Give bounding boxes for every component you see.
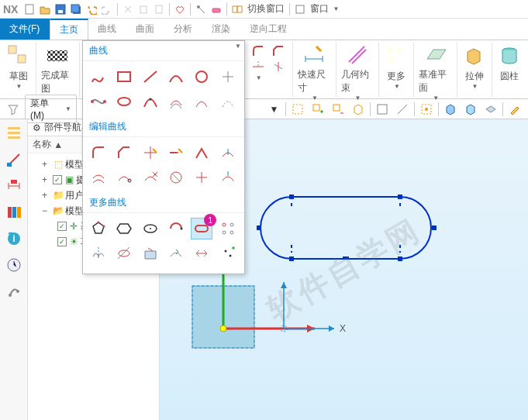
robot-icon[interactable]: [5, 282, 23, 301]
edit2-icon[interactable]: [191, 167, 212, 188]
pattern2-icon[interactable]: [217, 218, 239, 239]
chevron-down-icon[interactable]: ▼: [16, 83, 22, 90]
touch-icon[interactable]: [194, 2, 208, 16]
plane-icon[interactable]: [423, 43, 448, 67]
history-icon[interactable]: [5, 203, 23, 222]
point-icon[interactable]: [217, 66, 239, 88]
corner-icon[interactable]: [191, 142, 212, 164]
corner2-icon[interactable]: [249, 43, 267, 59]
ellipse-icon[interactable]: [113, 91, 135, 112]
hexagon-icon[interactable]: [113, 218, 135, 239]
constraint-icon[interactable]: [5, 150, 23, 169]
pattern-icon[interactable]: [191, 91, 212, 112]
chevron-down-icon[interactable]: ▼: [256, 74, 262, 81]
edit3-icon[interactable]: [217, 167, 239, 188]
sel-add-icon[interactable]: [309, 101, 326, 118]
chevron-down-icon[interactable]: ▼: [312, 95, 318, 102]
chevron-down-icon[interactable]: ▼: [355, 95, 361, 102]
sel-dd-icon[interactable]: ▼: [265, 101, 282, 118]
derived-icon[interactable]: [217, 91, 239, 112]
window-label[interactable]: 窗口: [310, 2, 329, 15]
more-icon[interactable]: [384, 43, 409, 68]
spline-icon[interactable]: [88, 91, 109, 112]
conic-icon[interactable]: [140, 91, 161, 112]
copy-icon[interactable]: [136, 2, 150, 16]
redo-icon[interactable]: [100, 2, 114, 16]
chevron-down-icon[interactable]: ▼: [394, 83, 400, 90]
extrude-icon[interactable]: [462, 43, 487, 68]
tab-analysis[interactable]: 分析: [164, 19, 202, 40]
sel-rect-icon[interactable]: [289, 101, 306, 118]
new-icon[interactable]: [22, 2, 36, 16]
sel-curr-icon[interactable]: [418, 101, 435, 118]
corner3-icon[interactable]: [269, 43, 288, 59]
offset-icon[interactable]: [165, 91, 187, 112]
tab-file[interactable]: 文件(F): [0, 19, 50, 40]
more2-icon[interactable]: [191, 243, 212, 264]
half-icon[interactable]: [165, 218, 187, 239]
tab-reverse[interactable]: 逆向工程: [240, 19, 297, 40]
chevron-down-icon[interactable]: ▼: [235, 43, 241, 50]
sel-edge-icon[interactable]: [394, 101, 411, 118]
undo-icon[interactable]: [85, 2, 98, 16]
sel-body-icon[interactable]: [350, 101, 367, 118]
nav-icon[interactable]: [5, 124, 23, 143]
sel-sub-icon[interactable]: [330, 101, 347, 118]
view-shade1-icon[interactable]: [442, 101, 459, 118]
paste-icon[interactable]: [152, 2, 166, 16]
trim-icon[interactable]: [140, 142, 161, 164]
clock-icon[interactable]: [5, 256, 23, 274]
chevron-down-icon[interactable]: ▼: [333, 5, 339, 12]
tab-render[interactable]: 渲染: [202, 19, 240, 40]
ellipse2-icon[interactable]: [140, 218, 161, 239]
fillet-icon[interactable]: [88, 142, 109, 164]
move-curve-icon[interactable]: [217, 142, 239, 164]
save-all-icon[interactable]: [69, 2, 83, 16]
edit1-icon[interactable]: [165, 167, 187, 188]
finish-sketch-icon[interactable]: [45, 43, 70, 67]
view-shade2-icon[interactable]: [462, 101, 479, 118]
chevron-down-icon[interactable]: ▼: [472, 83, 478, 90]
gear-icon[interactable]: ⚙: [33, 122, 41, 133]
switch-window-icon[interactable]: [230, 2, 244, 16]
more1-icon[interactable]: [165, 243, 187, 264]
window-icon[interactable]: [293, 2, 307, 16]
offset-move-icon[interactable]: [88, 167, 109, 188]
cut-icon[interactable]: [121, 2, 135, 16]
arc-icon[interactable]: [165, 66, 187, 88]
info-icon[interactable]: i: [5, 229, 23, 248]
slot-icon[interactable]: 1: [191, 218, 212, 239]
fastdim-icon[interactable]: [302, 43, 326, 67]
heart-icon[interactable]: [173, 2, 187, 16]
tab-curve[interactable]: 曲线: [88, 19, 126, 40]
line-icon[interactable]: [140, 66, 161, 88]
profile-icon[interactable]: [88, 66, 109, 88]
sel-face-icon[interactable]: [374, 101, 391, 118]
tab-surface[interactable]: 曲面: [126, 19, 164, 40]
intersect-icon[interactable]: [113, 243, 135, 264]
chamfer-icon[interactable]: [113, 142, 135, 164]
circle-icon[interactable]: [191, 66, 212, 88]
add-point-icon[interactable]: [217, 243, 239, 264]
mirror-icon[interactable]: [88, 243, 109, 264]
polygon-icon[interactable]: [88, 218, 109, 239]
trim2-icon[interactable]: [249, 59, 267, 74]
filter-icon[interactable]: [5, 101, 22, 118]
chevron-down-icon[interactable]: ▼: [433, 95, 439, 102]
project-icon[interactable]: [140, 243, 161, 264]
dim-icon[interactable]: [5, 177, 23, 195]
tab-home[interactable]: 主页: [50, 19, 88, 40]
extend-icon[interactable]: [165, 142, 187, 164]
cyl-icon[interactable]: [497, 43, 522, 68]
sketch-icon[interactable]: [6, 43, 31, 68]
switch-window-label[interactable]: 切换窗口: [247, 2, 285, 15]
resize-curve-icon[interactable]: [113, 167, 135, 188]
delete-curve-icon[interactable]: [140, 167, 161, 188]
trim3-icon[interactable]: [269, 59, 288, 74]
pencil-icon[interactable]: [506, 101, 523, 118]
open-icon[interactable]: [38, 2, 52, 16]
geocon-icon[interactable]: [345, 43, 370, 67]
rect-icon[interactable]: [113, 66, 135, 88]
eraser-icon[interactable]: [209, 2, 223, 16]
save-icon[interactable]: [53, 2, 67, 16]
